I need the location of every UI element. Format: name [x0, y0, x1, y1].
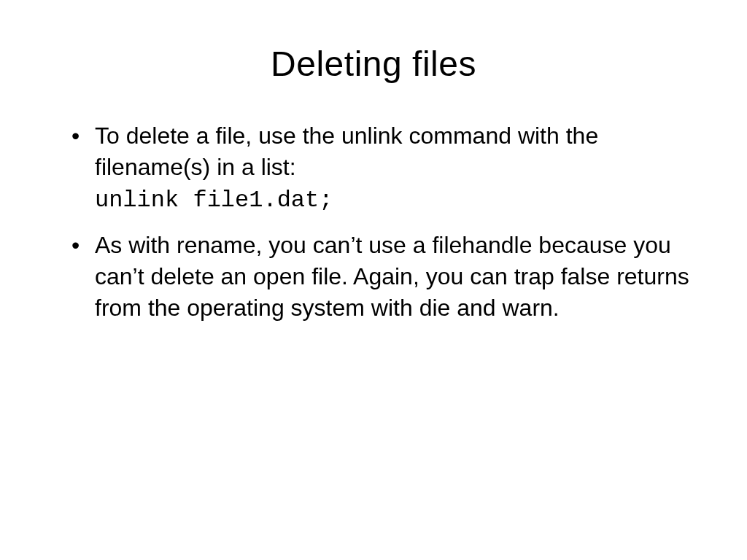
slide-title: Deleting files	[51, 44, 696, 84]
list-item: To delete a file, use the unlink command…	[66, 120, 696, 217]
bullet-text: As with rename, you can’t use a filehand…	[95, 232, 689, 321]
list-item: As with rename, you can’t use a filehand…	[66, 230, 696, 324]
slide-content: To delete a file, use the unlink command…	[51, 120, 696, 324]
bullet-text: To delete a file, use the unlink command…	[95, 122, 598, 180]
code-snippet: unlink file1.dat;	[95, 184, 696, 216]
bullet-list: To delete a file, use the unlink command…	[66, 120, 696, 324]
